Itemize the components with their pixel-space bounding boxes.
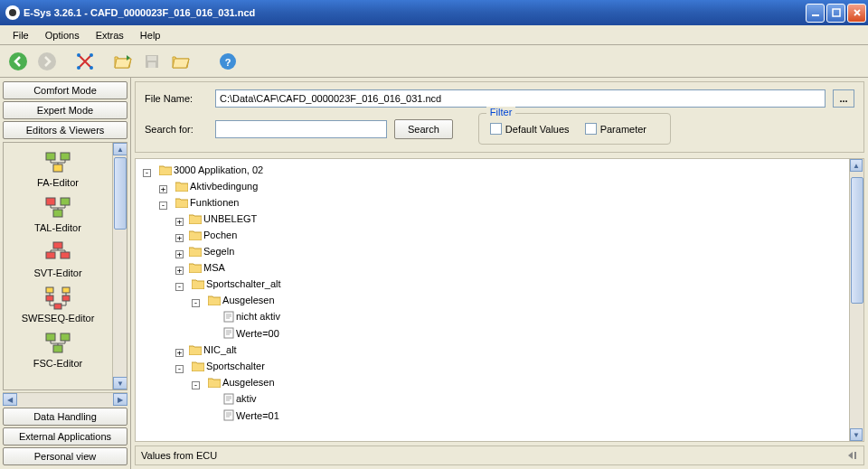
menubar: File Options Extras Help [0,25,868,45]
search-input[interactable] [215,120,387,138]
svg-point-6 [90,66,93,70]
svg-rect-22 [61,252,70,258]
save-button[interactable] [139,49,165,74]
editor-label: TAL-Editor [34,222,81,233]
folder-button[interactable] [168,49,193,74]
browse-button[interactable]: ... [833,89,854,108]
tree-node-unbelegt[interactable]: UNBELEGT [187,211,259,226]
editor-fsc[interactable]: FSC-Editor [4,327,112,372]
expander-icon[interactable]: - [192,381,200,389]
connect-button[interactable] [72,49,98,74]
sidebar-personal-view[interactable]: Personal view [3,447,127,465]
tree-node-aktivbedingung[interactable]: Aktivbedingung [174,179,259,193]
sidebar: Comfort Mode Expert Mode Editors & Viewe… [0,78,131,469]
sidebar-data-handling[interactable]: Data Handling [3,408,127,426]
file-search-panel: File Name: ... Search for: Search Filter… [135,81,864,153]
tree-node-pochen[interactable]: Pochen [187,228,239,242]
expander-icon[interactable]: - [159,202,167,210]
scroll-thumb[interactable] [851,177,863,304]
menu-help[interactable]: Help [133,28,168,42]
filter-default-values[interactable]: Default Values [490,123,570,135]
search-button[interactable]: Search [394,119,453,139]
tree-node-funktionen[interactable]: Funktionen [174,195,241,210]
scroll-up-icon[interactable]: ▲ [850,159,863,172]
tree-leaf-aktiv[interactable]: aktiv [222,391,259,406]
expander-icon[interactable]: + [175,218,184,226]
tree-node-msa[interactable]: MSA [187,260,227,275]
svg-rect-35 [854,452,856,459]
expander-icon[interactable]: + [175,267,184,275]
svg-point-0 [9,9,16,16]
expander-icon[interactable]: + [175,250,184,258]
expander-icon[interactable]: + [175,234,184,242]
scroll-up-icon[interactable]: ▲ [113,143,127,155]
tree-node-ausgelesen2[interactable]: Ausgelesen [206,375,277,389]
fa-editor-icon [43,150,72,175]
svg-rect-20 [53,242,62,249]
close-button[interactable] [847,4,866,23]
forward-button[interactable] [34,49,60,74]
sidebar-comfort-mode[interactable]: Comfort Mode [3,81,127,99]
svg-rect-18 [61,198,70,205]
sidebar-external-apps[interactable]: External Applications [3,427,127,446]
editor-sweseq[interactable]: SWESEQ-Editor [4,282,112,327]
sidebar-scrollbar[interactable]: ▲ ▼ [112,143,127,389]
expander-icon[interactable]: + [159,185,167,193]
editor-tal[interactable]: TAL-Editor [4,192,112,237]
svg-rect-19 [53,210,62,217]
tree-node-sportschalter[interactable]: Sportschalter [190,359,267,373]
checkbox-label: Default Values [505,124,570,135]
svg-rect-26 [62,295,70,301]
sidebar-h-scroll[interactable]: ◀ ▶ [3,392,127,407]
svg-rect-29 [61,333,70,341]
scroll-thumb[interactable] [114,157,127,230]
open-button[interactable] [110,49,136,74]
help-button[interactable]: ? [215,49,241,74]
titlebar: E-Sys 3.26.1 - CAFD_0000023F_016_016_031… [0,0,868,25]
expander-icon[interactable]: - [192,299,200,307]
sidebar-expert-mode[interactable]: Expert Mode [3,101,127,119]
expander-icon[interactable]: - [143,169,151,177]
scroll-left-icon[interactable]: ◀ [3,393,17,406]
file-name-input[interactable] [215,89,826,108]
tree-node-ausgelesen[interactable]: Ausgelesen [206,293,277,307]
tree-scrollbar[interactable]: ▲ ▼ [849,159,863,441]
tree-view[interactable]: - 3000 Applikation, 02 + Aktivbedingung [136,159,849,441]
editor-svt[interactable]: SVT-Editor [4,237,112,282]
menu-file[interactable]: File [5,28,36,42]
editor-label: SVT-Editor [33,267,81,278]
fsc-editor-icon [43,331,72,356]
values-from-ecu-panel: Values from ECU [135,446,864,465]
tree-node-app[interactable]: 3000 Applikation, 02 [157,163,265,177]
expander-icon[interactable]: - [175,365,184,373]
svg-rect-2 [833,9,840,16]
filter-parameter[interactable]: Parameter [585,123,646,135]
tree-leaf-werte01[interactable]: Werte=01 [222,408,281,423]
scroll-down-icon[interactable]: ▼ [113,377,127,389]
minimize-button[interactable] [806,4,825,23]
svg-point-5 [77,53,80,57]
menu-options[interactable]: Options [38,28,87,42]
tree-leaf-werte00[interactable]: Werte=00 [222,326,281,341]
scroll-down-icon[interactable]: ▼ [850,428,863,441]
file-name-label: File Name: [145,93,208,104]
svg-rect-16 [53,164,62,172]
back-button[interactable] [5,49,31,74]
svg-point-8 [77,66,80,70]
expander-icon[interactable]: - [175,283,184,291]
scroll-right-icon[interactable]: ▶ [113,393,127,406]
tree-panel: - 3000 Applikation, 02 + Aktivbedingung [135,158,864,442]
editor-fa[interactable]: FA-Editor [4,146,112,192]
menu-extras[interactable]: Extras [89,28,131,42]
collapse-left-icon[interactable] [845,450,858,461]
tree-node-segeln[interactable]: Segeln [187,244,236,258]
tree-node-sportschalter-alt[interactable]: Sportschalter_alt [190,277,283,291]
tree-leaf-nicht-aktiv[interactable]: nicht aktiv [222,309,282,324]
sidebar-editors-viewers[interactable]: Editors & Viewers [3,121,127,139]
filter-legend: Filter [486,107,515,117]
maximize-button[interactable] [826,4,845,23]
checkbox-label: Parameter [600,124,646,135]
expander-icon[interactable]: + [175,349,184,357]
tree-node-nic-alt[interactable]: NIC_alt [187,342,239,357]
editor-list-panel: FA-Editor TAL-Editor SVT-Editor SWESEQ-E… [3,142,127,390]
